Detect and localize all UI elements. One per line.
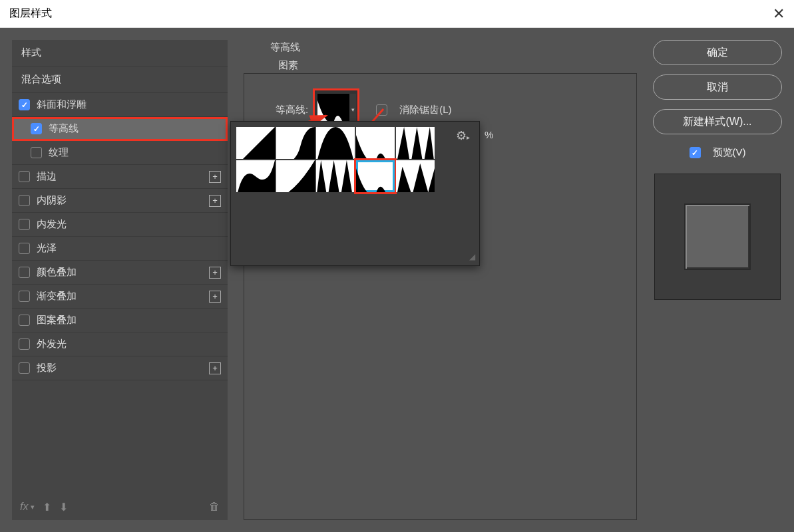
style-item[interactable]: 渐变叠加+: [12, 285, 228, 309]
style-label: 外发光: [37, 338, 67, 350]
style-item[interactable]: 外发光: [12, 332, 228, 356]
add-instance-icon[interactable]: +: [209, 195, 221, 207]
styles-list: 样式 混合选项 斜面和浮雕等高线纹理描边+内阴影+内发光光泽颜色叠加+渐变叠加+…: [12, 40, 228, 493]
style-item[interactable]: 光泽: [12, 237, 228, 261]
contour-thumb[interactable]: [316, 160, 355, 192]
trash-icon[interactable]: 🗑: [209, 501, 220, 513]
gear-icon[interactable]: ⚙▸: [456, 128, 470, 143]
contour-label: 等高线:: [276, 104, 308, 116]
style-checkbox[interactable]: [31, 123, 42, 134]
preview-swatch: [684, 203, 751, 270]
style-item[interactable]: 斜面和浮雕: [12, 93, 228, 117]
style-label: 渐变叠加: [37, 290, 77, 303]
titlebar: 图层样式 ✕: [0, 0, 794, 28]
style-checkbox[interactable]: [19, 338, 30, 350]
style-checkbox[interactable]: [19, 315, 30, 326]
fx-icon[interactable]: fx: [20, 501, 28, 513]
style-checkbox[interactable]: [19, 219, 30, 230]
style-item[interactable]: 投影+: [12, 356, 228, 380]
resize-handle-icon[interactable]: ◢: [469, 252, 475, 261]
contour-thumb[interactable]: [356, 127, 395, 159]
style-checkbox[interactable]: [31, 147, 42, 158]
new-style-button[interactable]: 新建样式(W)...: [653, 109, 782, 134]
style-checkbox[interactable]: [19, 243, 30, 254]
add-instance-icon[interactable]: +: [209, 171, 221, 183]
style-item[interactable]: 描边+: [12, 165, 228, 189]
style-label: 图案叠加: [37, 314, 77, 327]
blend-options-header[interactable]: 混合选项: [12, 66, 228, 93]
style-item[interactable]: 图案叠加: [12, 309, 228, 332]
section-title: 等高线: [270, 41, 637, 54]
contour-thumb[interactable]: [276, 160, 315, 192]
style-label: 纹理: [49, 146, 69, 159]
style-item[interactable]: 内发光: [12, 213, 228, 237]
contour-thumb[interactable]: [236, 127, 275, 159]
contour-thumb[interactable]: [396, 160, 435, 192]
preview-checkbox[interactable]: [690, 147, 701, 158]
add-instance-icon[interactable]: +: [209, 291, 221, 303]
style-label: 内阴影: [37, 194, 67, 207]
style-checkbox[interactable]: [19, 195, 30, 206]
add-instance-icon[interactable]: +: [209, 267, 221, 279]
antialiased-checkbox[interactable]: [376, 104, 387, 116]
styles-footer: fx ▾ ⬆ ⬇ 🗑: [12, 493, 228, 520]
move-up-icon[interactable]: ⬆: [43, 501, 51, 513]
move-down-icon[interactable]: ⬇: [59, 501, 68, 513]
style-checkbox[interactable]: [19, 267, 30, 278]
style-label: 颜色叠加: [37, 266, 77, 279]
style-label: 斜面和浮雕: [37, 98, 87, 111]
contour-thumb[interactable]: [276, 127, 315, 159]
style-checkbox[interactable]: [19, 99, 30, 110]
styles-panel: 样式 混合选项 斜面和浮雕等高线纹理描边+内阴影+内发光光泽颜色叠加+渐变叠加+…: [12, 40, 228, 520]
style-item[interactable]: 内阴影+: [12, 189, 228, 213]
style-label: 等高线: [49, 122, 79, 135]
contour-thumb[interactable]: [236, 160, 275, 192]
style-label: 描边: [37, 170, 57, 183]
style-checkbox[interactable]: [19, 291, 30, 302]
section-subtitle: 图素: [278, 59, 637, 72]
style-checkbox[interactable]: [19, 362, 30, 374]
antialiased-label: 消除锯齿(L): [399, 104, 451, 116]
style-label: 内发光: [37, 218, 67, 231]
style-item[interactable]: 等高线: [12, 117, 228, 141]
preview-box: [654, 174, 781, 300]
style-item[interactable]: 颜色叠加+: [12, 261, 228, 285]
contour-popup: ⚙▸ ◢: [230, 121, 480, 266]
style-label: 光泽: [37, 242, 57, 255]
contour-thumb[interactable]: [396, 127, 435, 159]
ok-button[interactable]: 确定: [653, 40, 782, 65]
style-label: 投影: [37, 362, 57, 374]
percent-label: %: [485, 129, 493, 140]
styles-header[interactable]: 样式: [12, 40, 228, 66]
contour-thumb[interactable]: [316, 127, 355, 159]
style-item[interactable]: 纹理: [12, 141, 228, 165]
actions-panel: 确定 取消 新建样式(W)... 预览(V): [653, 40, 782, 520]
contour-thumb[interactable]: [356, 160, 395, 192]
preview-label: 预览(V): [713, 146, 746, 159]
dialog-title: 图层样式: [9, 7, 52, 21]
cancel-button[interactable]: 取消: [653, 74, 782, 100]
close-icon[interactable]: ✕: [773, 5, 785, 23]
add-instance-icon[interactable]: +: [209, 362, 221, 374]
settings-panel: 等高线 图素 等高线: ▾ 消除锯齿(L) % ⚙▸ ◢: [244, 40, 637, 520]
style-checkbox[interactable]: [19, 171, 30, 182]
